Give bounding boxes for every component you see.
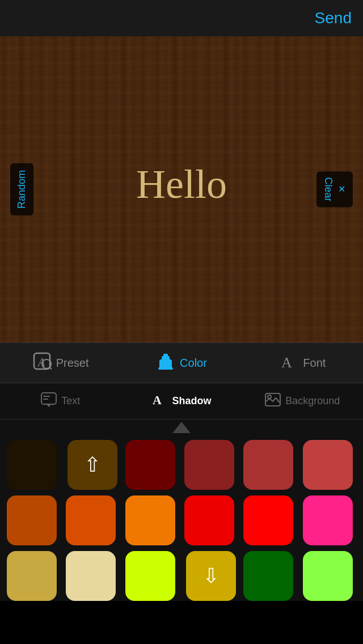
color-swatch[interactable]: [184, 495, 234, 545]
sub-tab-background[interactable]: Background: [242, 387, 363, 416]
color-swatch[interactable]: [303, 551, 353, 601]
svg-text:A: A: [281, 354, 292, 371]
color-swatch[interactable]: [243, 551, 293, 601]
random-button[interactable]: Random: [10, 163, 33, 215]
color-swatch[interactable]: [7, 495, 57, 545]
clear-button[interactable]: ✕ Clear: [316, 171, 353, 207]
up-arrow-icon: ⇧: [84, 453, 101, 477]
svg-rect-9: [41, 393, 56, 404]
sub-tab-shadow[interactable]: A Shadow: [121, 387, 242, 416]
clear-x-icon: ✕: [336, 184, 347, 194]
hello-text: Hello: [136, 161, 227, 208]
preset-icon: A: [32, 351, 52, 375]
svg-rect-7: [158, 367, 173, 370]
svg-rect-6: [163, 354, 168, 358]
background-icon: [265, 392, 281, 411]
color-swatch[interactable]: [125, 440, 175, 490]
color-swatch[interactable]: [66, 551, 116, 601]
down-arrow-icon: ⇩: [202, 564, 220, 588]
svg-line-3: [50, 367, 52, 369]
tab-font[interactable]: A Font: [242, 347, 363, 379]
color-swatch[interactable]: [303, 495, 353, 545]
color-swatch[interactable]: [184, 440, 234, 490]
color-swatch[interactable]: [66, 495, 116, 545]
color-icon: [156, 351, 175, 375]
preset-label: Preset: [56, 357, 89, 370]
tab-bar: A Preset Color A Font: [0, 342, 363, 383]
shadow-sub-label: Shadow: [172, 395, 211, 407]
arrow-indicator: [0, 420, 363, 435]
sub-tab-text[interactable]: Text: [0, 387, 121, 416]
shadow-icon: A: [151, 392, 167, 411]
scroll-up-button[interactable]: ⇧: [66, 440, 119, 490]
color-swatch[interactable]: [125, 495, 175, 545]
clear-label: Clear: [322, 177, 334, 201]
color-swatch[interactable]: [125, 551, 175, 601]
color-label: Color: [180, 357, 207, 370]
color-grid: ⇧ ⇩: [0, 435, 363, 601]
up-caret-indicator: [172, 422, 191, 433]
tab-color[interactable]: Color: [121, 347, 242, 379]
font-icon: A: [279, 351, 298, 375]
top-bar: Send: [0, 0, 363, 36]
send-button[interactable]: Send: [315, 9, 352, 27]
text-sub-label: Text: [61, 395, 80, 407]
background-sub-label: Background: [285, 395, 340, 407]
svg-point-14: [268, 395, 271, 399]
scroll-down-button[interactable]: ⇩: [184, 551, 238, 601]
color-swatch[interactable]: [243, 495, 293, 545]
sub-tab-bar: Text A Shadow Background: [0, 383, 363, 420]
color-swatch[interactable]: [243, 440, 293, 490]
text-icon: [41, 392, 57, 411]
tab-preset[interactable]: A Preset: [0, 347, 121, 379]
svg-text:A: A: [153, 393, 162, 407]
color-swatch[interactable]: [303, 440, 353, 490]
svg-text:A: A: [37, 356, 45, 368]
color-swatch[interactable]: [7, 440, 57, 490]
canvas-area: Random Hello ✕ Clear: [0, 36, 363, 342]
font-label: Font: [303, 357, 326, 370]
color-swatch[interactable]: [7, 551, 57, 601]
